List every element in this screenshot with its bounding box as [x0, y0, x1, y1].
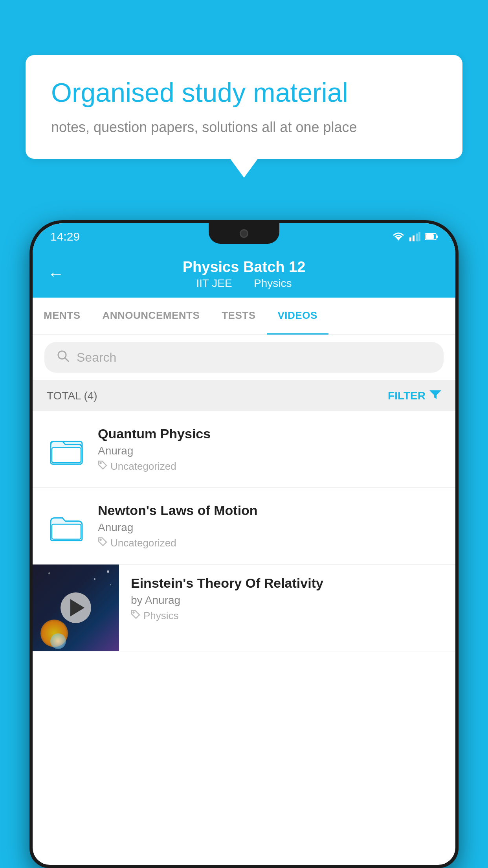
svg-point-14	[100, 463, 101, 464]
camera	[240, 229, 248, 238]
video-meta: Einstein's Theory Of Relativity by Anura…	[119, 565, 455, 633]
bubble-subtitle: notes, question papers, solutions all at…	[51, 118, 437, 137]
tag-label: Uncategorized	[110, 537, 176, 549]
list-item[interactable]: Quantum Physics Anurag Uncategorized	[33, 411, 455, 488]
batch-subtitle: IIT JEE Physics	[183, 277, 306, 290]
svg-point-17	[133, 612, 134, 613]
svg-rect-3	[416, 234, 418, 241]
svg-rect-7	[426, 234, 434, 239]
folder-icon	[47, 428, 86, 471]
filter-icon	[429, 389, 441, 403]
video-tag: Physics	[131, 610, 444, 622]
svg-rect-6	[436, 235, 438, 238]
video-tag: Uncategorized	[98, 537, 441, 549]
batch-title: Physics Batch 12	[183, 259, 306, 276]
app-header: ← Physics Batch 12 IIT JEE Physics	[33, 250, 455, 298]
battery-icon	[425, 233, 438, 241]
play-button-icon[interactable]	[61, 592, 91, 623]
svg-rect-4	[418, 232, 420, 241]
header-content: Physics Batch 12 IIT JEE Physics	[183, 259, 306, 290]
back-button[interactable]: ←	[48, 265, 64, 283]
video-title: Einstein's Theory Of Relativity	[131, 576, 444, 591]
tag-icon	[98, 460, 107, 473]
filter-bar: TOTAL (4) FILTER	[33, 380, 455, 411]
status-time: 14:29	[50, 230, 80, 243]
tabs-bar: MENTS ANNOUNCEMENTS TESTS VIDEOS	[33, 298, 455, 335]
svg-marker-0	[395, 237, 402, 241]
search-icon	[56, 349, 70, 366]
status-bar: 14:29	[33, 223, 455, 250]
tab-tests[interactable]: TESTS	[211, 298, 266, 335]
tag-label: Physics	[143, 610, 179, 622]
list-item[interactable]: Einstein's Theory Of Relativity by Anura…	[33, 565, 455, 651]
tab-videos[interactable]: VIDEOS	[267, 298, 328, 335]
tab-ments[interactable]: MENTS	[33, 298, 92, 335]
tag-label: Uncategorized	[110, 460, 176, 473]
video-tag: Uncategorized	[98, 460, 441, 473]
phone-frame: 14:29	[29, 220, 459, 868]
svg-point-16	[100, 539, 101, 541]
filter-button[interactable]: FILTER	[388, 389, 441, 403]
video-list: Quantum Physics Anurag Uncategorized	[33, 411, 455, 651]
tag-icon	[131, 610, 140, 622]
video-meta: Quantum Physics Anurag Uncategorized	[98, 426, 441, 473]
search-container: Search	[33, 335, 455, 380]
subtitle-separator	[242, 277, 248, 289]
bubble-title: Organised study material	[51, 77, 437, 109]
speech-bubble: Organised study material notes, question…	[26, 55, 462, 159]
video-meta: Newton's Laws of Motion Anurag Uncategor…	[98, 503, 441, 549]
svg-rect-13	[52, 448, 81, 463]
video-author: by Anurag	[131, 594, 444, 607]
video-author: Anurag	[98, 521, 441, 534]
svg-marker-10	[429, 390, 441, 399]
folder-icon	[47, 504, 86, 548]
video-title: Newton's Laws of Motion	[98, 503, 441, 518]
video-title: Quantum Physics	[98, 426, 441, 441]
speech-bubble-section: Organised study material notes, question…	[26, 55, 462, 159]
play-triangle	[70, 599, 84, 616]
filter-label: FILTER	[388, 390, 426, 402]
phone-screen: 14:29	[33, 223, 455, 865]
signal-icon	[409, 232, 420, 241]
list-item[interactable]: Newton's Laws of Motion Anurag Uncategor…	[33, 488, 455, 565]
video-author: Anurag	[98, 445, 441, 457]
subtitle-subject: Physics	[254, 277, 292, 289]
wifi-icon	[392, 232, 405, 241]
total-count: TOTAL (4)	[47, 390, 97, 402]
status-icons	[392, 232, 438, 241]
tag-icon	[98, 537, 107, 549]
subtitle-course: IIT JEE	[196, 277, 232, 289]
video-thumbnail	[33, 565, 119, 651]
search-placeholder: Search	[77, 350, 116, 365]
svg-rect-15	[52, 524, 81, 539]
svg-rect-1	[409, 237, 411, 241]
svg-rect-2	[413, 235, 415, 241]
notch	[209, 223, 279, 244]
svg-line-9	[65, 358, 68, 361]
tab-announcements[interactable]: ANNOUNCEMENTS	[92, 298, 211, 335]
search-bar[interactable]: Search	[44, 342, 444, 373]
